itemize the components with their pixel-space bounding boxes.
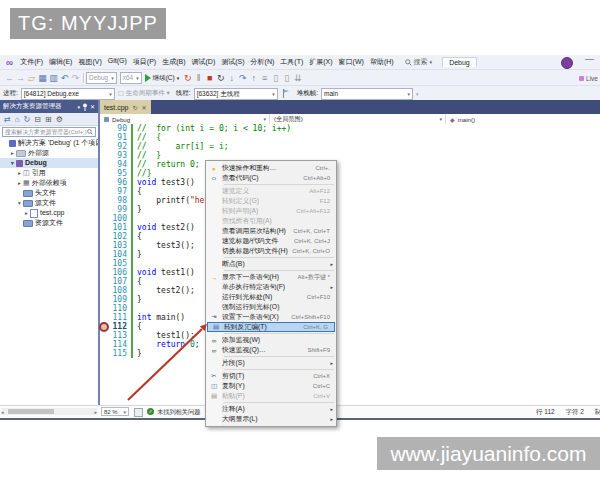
context-menu-item-18[interactable]: ▤转到反汇编(T)Ctrl+K, G: [207, 322, 335, 332]
context-menu-item-9[interactable]: 切换标题/代码文件(H)Ctrl+K, Ctrl+O: [206, 246, 336, 256]
menu-item-2[interactable]: 视图(V): [75, 57, 104, 67]
account-avatar[interactable]: [561, 57, 573, 69]
nav-member-dropdown[interactable]: ◆ main(): [446, 114, 600, 124]
save-icon[interactable]: ▦: [37, 71, 48, 85]
context-menu-item-11[interactable]: 断点(B)▸: [206, 259, 336, 269]
expander-icon[interactable]: ▾: [9, 158, 16, 168]
context-menu-item-13[interactable]: →显示下一条语句(H)Alt+数字键 *: [206, 272, 336, 282]
search-box[interactable]: 搜索 ▾: [405, 57, 433, 67]
context-menu-item-0[interactable]: ●快速操作和重构…Ctrl+.: [206, 163, 336, 173]
save-all-icon[interactable]: ▥: [48, 71, 59, 85]
bookmark-prev-icon[interactable]: ▯: [270, 71, 281, 85]
menu-item-1[interactable]: 编辑(E): [46, 57, 75, 67]
tree-item-8[interactable]: 资源文件: [0, 218, 98, 228]
tree-item-0[interactable]: 解决方案 'Debug' (1 个项目, 共: [0, 138, 98, 148]
tree-item-1[interactable]: ▸外部源: [0, 148, 98, 158]
breakpoint-icon[interactable]: [99, 322, 109, 332]
close-panel-icon[interactable]: ✕: [90, 103, 95, 110]
context-menu-item-27[interactable]: ▤粘贴(P)Ctrl+V: [206, 391, 336, 401]
sync-selection-icon[interactable]: ⇄: [4, 115, 11, 124]
tree-item-4[interactable]: ▸▦外部依赖项: [0, 178, 98, 188]
context-menu-item-20[interactable]: ∞添加监视(W): [206, 335, 336, 345]
home-icon[interactable]: ⌂: [15, 115, 20, 124]
stop-icon[interactable]: ■: [204, 71, 215, 85]
continue-button[interactable]: 继续(C)▾: [145, 74, 180, 83]
solution-explorer-search[interactable]: 搜索解决方案资源管理器(Ctrl+;): [2, 127, 96, 137]
context-menu-item-30[interactable]: 大纲显示(L)▸: [206, 414, 336, 424]
flag-icon[interactable]: [282, 89, 290, 98]
redo-icon[interactable]: ↷: [70, 71, 81, 85]
tab-close-icon[interactable]: ✕: [142, 104, 147, 111]
context-menu-item-29[interactable]: 注释(A)▸: [206, 404, 336, 414]
menu-item-4[interactable]: 项目(P): [130, 57, 159, 67]
context-menu-item-21[interactable]: ∞快速监视(Q)…Shift+F9: [206, 345, 336, 355]
menu-item-8[interactable]: 分析(N): [248, 57, 278, 67]
expander-icon[interactable]: ▸: [16, 168, 23, 178]
tree-item-7[interactable]: ▸test.cpp: [0, 208, 98, 218]
context-menu-item-1[interactable]: ‹›查看代码(C)Ctrl+Alt+0: [206, 173, 336, 183]
menu-item-5[interactable]: 生成(B): [159, 57, 188, 67]
platform-dropdown[interactable]: x64▾: [120, 72, 142, 84]
process-dropdown[interactable]: [64812] Debug.exe▾: [21, 88, 115, 100]
expander-icon[interactable]: ▸: [23, 208, 30, 218]
nav-forward-icon[interactable]: →: [15, 71, 26, 85]
context-menu-item-6[interactable]: 查找所有引用(A): [206, 216, 336, 226]
stack-frame-dropdown[interactable]: main▾: [321, 88, 413, 100]
context-menu-item-7[interactable]: 查看调用层次结构(H)Ctrl+K, Ctrl+T: [206, 226, 336, 236]
break-all-icon[interactable]: ‖: [193, 71, 204, 85]
context-menu-item-4[interactable]: 转到定义(G)F12: [206, 196, 336, 206]
expander-icon[interactable]: ▾: [16, 198, 23, 208]
tree-item-2[interactable]: ▾Debug: [0, 158, 98, 168]
context-menu-item-14[interactable]: 单步执行特定语句(F)▸: [206, 282, 336, 292]
expander-icon[interactable]: ▸: [9, 148, 16, 158]
solution-config-dropdown[interactable]: Debug▾: [86, 72, 117, 84]
undo-icon[interactable]: ↶: [59, 71, 70, 85]
menu-item-0[interactable]: 文件(F): [17, 57, 46, 67]
context-menu-item-5[interactable]: 转到声明(A)Ctrl+Alt+F12: [206, 206, 336, 216]
menu-item-10[interactable]: 扩展(X): [306, 57, 335, 67]
context-menu-item-3[interactable]: 速览定义Alt+F12: [206, 186, 336, 196]
scroll-right-icon[interactable]: ▸: [94, 409, 97, 415]
hot-reload-icon[interactable]: ↻: [182, 71, 193, 85]
more-commands-icon[interactable]: ⇊: [292, 71, 303, 85]
tree-item-6[interactable]: ▾源文件: [0, 198, 98, 208]
thread-dropdown[interactable]: [63632] 主线程▾: [194, 88, 278, 100]
step-over-icon[interactable]: ↷: [237, 71, 248, 85]
context-menu-item-15[interactable]: 运行到光标处(N)Ctrl+F10: [206, 292, 336, 302]
show-all-files-icon[interactable]: ⊞: [45, 115, 52, 124]
live-share-button[interactable]: Live: [579, 75, 598, 82]
nav-project-dropdown[interactable]: Debug▾: [100, 114, 270, 124]
context-menu-item-25[interactable]: ✂剪切(T)Ctrl+X: [206, 371, 336, 381]
menu-item-7[interactable]: 测试(S): [218, 57, 247, 67]
code-editor[interactable]: 90// for (int i = 0; i < 10; i++)91// {9…: [100, 124, 600, 405]
refresh-icon[interactable]: ↻: [24, 115, 31, 124]
context-menu-item-17[interactable]: ⇥设置下一条语句(X)Ctrl+Shift+F10: [206, 312, 336, 322]
panel-options-icon[interactable]: ▾: [77, 104, 80, 110]
tree-item-3[interactable]: ▸◫引用: [0, 168, 98, 178]
menu-item-3[interactable]: Git(G): [105, 57, 130, 67]
scrollbar-thumb[interactable]: [8, 409, 54, 414]
nav-scope-dropdown[interactable]: (全局范围)▾: [270, 114, 446, 124]
step-out-icon[interactable]: ↑: [248, 71, 259, 85]
open-file-icon[interactable]: ▱: [26, 71, 37, 85]
lifecycle-events-toggle[interactable]: ▢ 生命周期事件 ▾: [118, 89, 170, 98]
context-menu-item-26[interactable]: ◫复制(Y)Ctrl+C: [206, 381, 336, 391]
collapse-all-icon[interactable]: ⊟: [34, 115, 41, 124]
context-menu-item-16[interactable]: 强制运行到光标(O): [206, 302, 336, 312]
bookmark-next-icon[interactable]: ▯: [281, 71, 292, 85]
immediate-icon[interactable]: ≡: [259, 71, 270, 85]
properties-icon[interactable]: ⚙: [56, 115, 63, 124]
toolbar-overflow-icon[interactable]: ▾: [416, 91, 419, 97]
step-into-icon[interactable]: ↓: [226, 71, 237, 85]
expander-icon[interactable]: ▸: [16, 178, 23, 188]
menu-item-6[interactable]: 调试(D): [189, 57, 219, 67]
tab-test-cpp[interactable]: test.cpp ↻ ✕: [100, 100, 151, 114]
panel-horizontal-scrollbar[interactable]: ◂▸: [1, 408, 97, 415]
menu-item-12[interactable]: 帮助(H): [367, 57, 397, 67]
zoom-dropdown[interactable]: 82 %▾: [101, 407, 129, 416]
scroll-left-icon[interactable]: ◂: [1, 409, 4, 415]
tree-item-5[interactable]: 头文件: [0, 188, 98, 198]
pin-icon[interactable]: [82, 103, 88, 111]
context-menu-item-23[interactable]: 片段(S)▸: [206, 358, 336, 368]
nav-back-icon[interactable]: ←: [4, 71, 15, 85]
